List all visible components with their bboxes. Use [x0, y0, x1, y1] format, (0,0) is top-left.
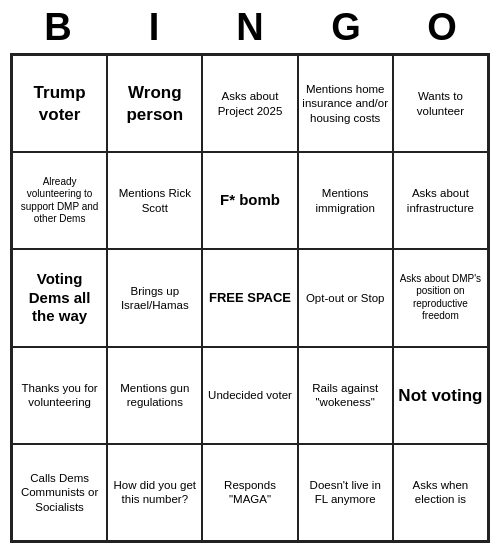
bingo-cell-24: Asks when election is	[393, 444, 488, 541]
bingo-cell-7: F* bomb	[202, 152, 297, 249]
bingo-cell-20: Calls Dems Communists or Socialists	[12, 444, 107, 541]
bingo-cell-23: Doesn't live in FL anymore	[298, 444, 393, 541]
bingo-cell-19: Not voting	[393, 347, 488, 444]
bingo-cell-21: How did you get this number?	[107, 444, 202, 541]
bingo-cell-13: Opt-out or Stop	[298, 249, 393, 346]
bingo-cell-3: Mentions home insurance and/or housing c…	[298, 55, 393, 152]
bingo-cell-4: Wants to volunteer	[393, 55, 488, 152]
bingo-cell-9: Asks about infrastructure	[393, 152, 488, 249]
bingo-letter-n: N	[202, 6, 298, 49]
bingo-cell-5: Already volunteering to support DMP and …	[12, 152, 107, 249]
bingo-cell-15: Thanks you for volunteering	[12, 347, 107, 444]
bingo-cell-12: FREE SPACE	[202, 249, 297, 346]
bingo-cell-17: Undecided voter	[202, 347, 297, 444]
bingo-cell-16: Mentions gun regulations	[107, 347, 202, 444]
bingo-cell-10: Voting Dems all the way	[12, 249, 107, 346]
bingo-letter-g: G	[298, 6, 394, 49]
bingo-cell-1: Wrong person	[107, 55, 202, 152]
bingo-letter-i: I	[106, 6, 202, 49]
bingo-cell-2: Asks about Project 2025	[202, 55, 297, 152]
bingo-grid: Trump voterWrong personAsks about Projec…	[10, 53, 490, 543]
bingo-header: BINGO	[10, 0, 490, 53]
bingo-cell-18: Rails against "wokeness"	[298, 347, 393, 444]
bingo-cell-14: Asks about DMP's position on reproductiv…	[393, 249, 488, 346]
bingo-cell-6: Mentions Rick Scott	[107, 152, 202, 249]
bingo-cell-11: Brings up Israel/Hamas	[107, 249, 202, 346]
bingo-cell-8: Mentions immigration	[298, 152, 393, 249]
bingo-letter-b: B	[10, 6, 106, 49]
bingo-cell-22: Responds "MAGA"	[202, 444, 297, 541]
bingo-cell-0: Trump voter	[12, 55, 107, 152]
bingo-letter-o: O	[394, 6, 490, 49]
